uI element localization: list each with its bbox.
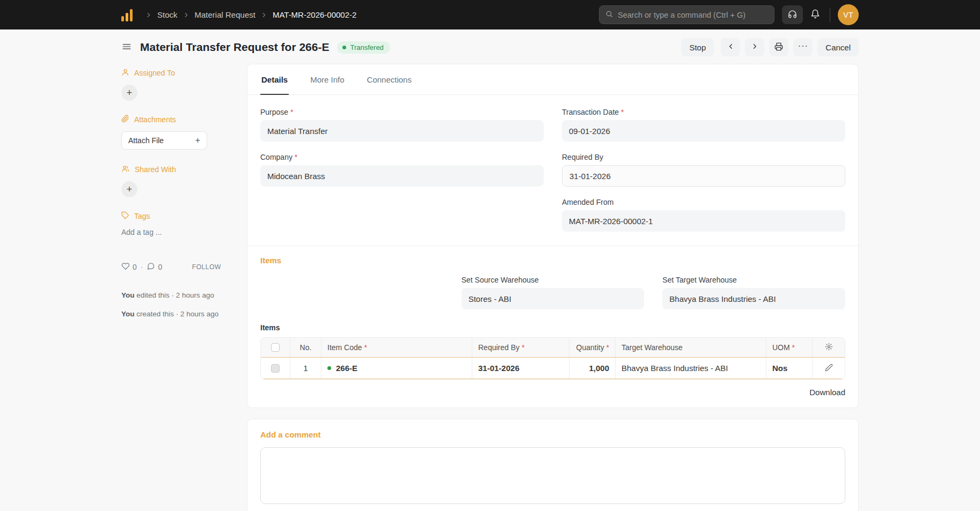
amended-from-label: Amended From <box>562 198 845 206</box>
row-quantity: 1,000 <box>569 358 616 379</box>
item-row: 1 266-E 31-01-2026 1,000 Bhavya Brass In… <box>261 357 845 379</box>
row-target-warehouse: Bhavya Brass Industries - ABI <box>616 358 766 379</box>
like-button[interactable]: 0 <box>121 262 137 272</box>
previous-document-button[interactable] <box>721 38 740 56</box>
row-checkbox[interactable] <box>271 364 280 373</box>
details-form: Purpose Material Transfer Transaction Da… <box>247 95 858 246</box>
download-button[interactable]: Download <box>809 388 845 397</box>
chevron-right-icon <box>751 42 759 52</box>
select-all-checkbox[interactable] <box>271 343 280 352</box>
support-headphones-button[interactable] <box>782 5 803 24</box>
engagement-row: 0 · 0 FOLLOW <box>121 262 221 272</box>
document-form-card: Details More Info Connections Purpose Ma… <box>247 64 859 408</box>
search-input[interactable] <box>618 11 768 19</box>
column-no: No. <box>290 338 321 357</box>
warehouse-spacer <box>260 276 443 309</box>
global-search[interactable] <box>599 5 774 24</box>
items-grid-header: No. Item Code Required By Quantity Targe… <box>261 338 845 357</box>
amended-from-input[interactable]: MAT-MR-2026-00002-1 <box>562 210 845 232</box>
sidebar-toggle-button[interactable] <box>121 41 132 54</box>
pencil-icon <box>825 364 833 373</box>
user-icon <box>121 68 129 78</box>
comment-card: Add a comment Ctrl+Enter to add comment <box>247 419 859 511</box>
transaction-date-input[interactable]: 09-01-2026 <box>562 120 845 142</box>
column-required-by: Required By <box>472 338 569 357</box>
tags-section-label: Tags <box>121 211 221 221</box>
tab-details[interactable]: Details <box>260 64 289 94</box>
status-label: Transfered <box>350 43 383 51</box>
follow-button[interactable]: FOLLOW <box>192 263 221 271</box>
app-logo-icon[interactable] <box>121 9 133 21</box>
items-grid: No. Item Code Required By Quantity Targe… <box>260 337 845 380</box>
plus-icon: + <box>195 136 200 145</box>
required-by-input[interactable]: 31-01-2026 <box>562 165 845 187</box>
user-avatar[interactable]: VT <box>838 4 859 25</box>
edit-row-button[interactable] <box>825 364 833 373</box>
row-uom: Nos <box>766 358 813 379</box>
page-header: Material Transfer Request for 266-E Tran… <box>0 29 980 64</box>
top-navbar: Stock Material Request MAT-MR-2026-00002… <box>0 0 980 29</box>
row-item-code: 266-E <box>321 358 472 379</box>
items-section-heading[interactable]: Items <box>260 256 845 265</box>
page-title: Material Transfer Request for 266-E <box>140 41 329 54</box>
gear-icon <box>825 343 833 352</box>
chevron-left-icon <box>727 42 735 52</box>
status-badge: Transfered <box>337 41 390 54</box>
assigned-to-section-label: Assigned To <box>121 68 221 78</box>
target-warehouse-input[interactable]: Bhavya Brass Industries - ABI <box>662 288 845 309</box>
column-quantity: Quantity <box>569 338 616 357</box>
print-button[interactable] <box>769 38 788 56</box>
more-menu-button[interactable]: ··· <box>793 38 813 56</box>
users-icon <box>121 165 130 174</box>
tab-more-info[interactable]: More Info <box>309 64 345 94</box>
cancel-button[interactable]: Cancel <box>817 38 859 56</box>
breadcrumb-current-document: MAT-MR-2026-00002-2 <box>273 10 356 19</box>
grid-settings-button[interactable] <box>825 343 833 352</box>
next-document-button[interactable] <box>745 38 764 56</box>
required-by-label: Required By <box>562 153 845 161</box>
chevron-right-icon <box>260 11 268 19</box>
like-count: 0 <box>133 263 137 271</box>
add-assignment-button[interactable]: + <box>121 85 137 101</box>
company-input[interactable]: Midocean Brass <box>260 165 544 187</box>
activity-entry: You edited this · 2 hours ago <box>121 290 221 301</box>
stop-button[interactable]: Stop <box>681 38 714 56</box>
column-item-code: Item Code <box>321 338 472 357</box>
add-tag-input[interactable]: Add a tag ... <box>121 228 221 236</box>
document-sidebar: Assigned To + Attachments Attach File + … <box>121 64 221 327</box>
company-field: Company Midocean Brass <box>260 153 544 187</box>
source-warehouse-input[interactable]: Stores - ABI <box>462 288 645 309</box>
headphones-icon <box>788 10 797 20</box>
comment-bubble-icon <box>147 262 155 272</box>
breadcrumb-stock[interactable]: Stock <box>157 10 178 19</box>
plus-icon: + <box>127 184 133 194</box>
required-by-field: Required By 31-01-2026 <box>562 153 845 187</box>
paperclip-icon <box>121 115 129 124</box>
row-required-by: 31-01-2026 <box>472 358 569 379</box>
search-icon <box>605 10 613 20</box>
tab-connections[interactable]: Connections <box>366 64 413 94</box>
dot-separator: · <box>141 263 143 271</box>
breadcrumb-material-request[interactable]: Material Request <box>195 10 255 19</box>
notifications-button[interactable] <box>810 9 820 20</box>
plus-icon: + <box>127 88 133 98</box>
column-uom: UOM <box>766 338 813 357</box>
comment-count-indicator: 0 <box>147 262 162 272</box>
target-warehouse-field: Set Target Warehouse Bhavya Brass Indust… <box>662 276 845 309</box>
chevron-right-icon <box>145 11 152 19</box>
comment-input[interactable] <box>260 447 845 504</box>
purpose-label: Purpose <box>260 108 544 116</box>
source-warehouse-field: Set Source Warehouse Stores - ABI <box>462 276 645 309</box>
tag-icon <box>121 211 129 221</box>
target-warehouse-label: Set Target Warehouse <box>662 276 845 284</box>
transaction-date-label: Transaction Date <box>562 108 845 116</box>
hamburger-menu-icon <box>121 41 132 54</box>
status-dot-icon <box>342 46 346 49</box>
chevron-right-icon <box>182 11 190 19</box>
add-share-button[interactable]: + <box>121 181 137 197</box>
heart-icon <box>121 262 130 272</box>
attach-file-button[interactable]: Attach File + <box>121 131 207 150</box>
purpose-input[interactable]: Material Transfer <box>260 120 544 142</box>
activity-entry: You created this · 2 hours ago <box>121 309 221 320</box>
items-section: Items Set Source Warehouse Stores - ABI … <box>247 246 858 408</box>
